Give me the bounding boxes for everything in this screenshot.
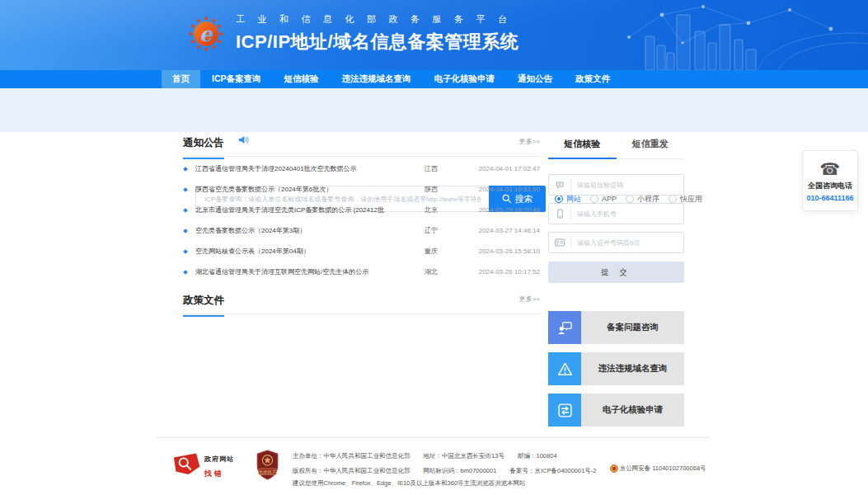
diamond-bullet-icon: [183, 229, 188, 233]
list-item: 陕西省空壳类备案数据公示（2024年第6批次） 陕西 2024-04-01 10…: [183, 179, 540, 200]
diamond-bullet-icon: [183, 249, 188, 254]
tab-sms-resend[interactable]: 短信重发: [617, 138, 685, 158]
quicklink-label: 电子化核验申请: [581, 394, 684, 427]
quick-links: 备案问题咨询 违法违规域名查询: [548, 311, 684, 427]
e-verify-icon: [548, 394, 581, 427]
error-logo-line2: 找错: [204, 469, 224, 478]
footer-browser-tip: 建议您使用Chrome、Firefox、Edge、IE10及以上版本和360等主…: [293, 479, 526, 487]
diamond-bullet-icon: [183, 187, 188, 192]
main-nav: 首页 ICP备案查询 短信核验 违法违规域名查询 电子化核验申请 通知公告 政策…: [0, 70, 868, 88]
nav-item-e-verify[interactable]: 电子化核验申请: [423, 70, 507, 88]
footer-icp-number[interactable]: 备案号：京ICP备04000001号-2: [509, 467, 596, 474]
warning-icon: [548, 352, 581, 385]
police-badge-icon: [610, 464, 618, 473]
list-item: 江西省通信管理局关于清理20240401批次空壳数据公示 江西 2024-04-…: [183, 158, 540, 179]
notice-link[interactable]: 空壳类备案数据公示（2024年第3期）: [195, 226, 425, 235]
list-item: 空壳网站核查公示表（2024年第04期） 重庆 2024-03-26 15:58…: [183, 241, 540, 262]
footer-text: 主办单位：中华人民共和国工业和信息化部 地址：中国北京西长安街13号 邮编：10…: [293, 450, 706, 489]
error-report-flag-icon: [173, 451, 201, 478]
footer-postcode: 邮编：100804: [518, 452, 557, 460]
nav-item-illegal-domain[interactable]: 违法违规域名查询: [331, 70, 423, 88]
diamond-bullet-icon: [183, 208, 188, 213]
svg-text:党政机关: 党政机关: [259, 469, 277, 475]
notice-link[interactable]: 陕西省空壳类备案数据公示（2024年第6批次）: [195, 185, 425, 194]
search-section: 搜索 网站 APP 小程序 快应用: [0, 88, 868, 132]
hotline-number: 010-66411166: [806, 194, 853, 202]
notices-more-link[interactable]: 更多>>: [519, 137, 540, 146]
notice-link[interactable]: 空壳网站核查公示表（2024年第04期）: [195, 247, 425, 256]
quicklink-consult[interactable]: 备案问题咨询: [548, 311, 684, 344]
sms-code-icon: [549, 181, 570, 190]
gov-badge-shield-icon[interactable]: 党政机关: [256, 450, 279, 480]
nav-item-policies[interactable]: 政策文件: [564, 70, 622, 88]
brand: e 工业和信息化部政务服务平台 ICP/IP地址/域名信息备案管理系统: [187, 11, 520, 54]
notice-link[interactable]: 湖北省通信管理局关于清理互联网空壳网站/空壳主体的公示: [195, 267, 425, 276]
speaker-icon: [238, 135, 249, 144]
footer-line-2: 版权所有：中华人民共和国工业和信息化部 网站标识码：bm07000001 备案号…: [293, 462, 706, 477]
quicklink-label: 违法违规域名查询: [581, 352, 684, 385]
idcard-input[interactable]: [570, 237, 683, 248]
header-titles: 工业和信息化部政务服务平台 ICP/IP地址/域名信息备案管理系统: [236, 11, 520, 54]
policies-header: 政策文件 更多>>: [183, 292, 540, 314]
miit-gear-logo-icon: e: [187, 15, 225, 53]
svg-text:e: e: [199, 22, 213, 46]
nav-item-sms-verify[interactable]: 短信核验: [273, 70, 331, 88]
notice-province: 湖北: [425, 267, 443, 276]
notices-title: 通知公告: [183, 136, 224, 159]
footer-inner: 政府网站 找错 党政机关 主办单位：中华人民共和国工业和信息化部 地址：中国北京…: [157, 437, 709, 489]
nav-items: 首页 ICP备案查询 短信核验 违法违规域名查询 电子化核验申请 通知公告 政策…: [162, 70, 622, 88]
footer-line-1: 主办单位：中华人民共和国工业和信息化部 地址：中国北京西长安街13号 邮编：10…: [293, 450, 706, 462]
policies-more-link[interactable]: 更多>>: [519, 295, 540, 304]
mobile-input[interactable]: [570, 208, 683, 219]
submit-button[interactable]: 提 交: [548, 262, 684, 283]
nav-item-home[interactable]: 首页: [162, 70, 200, 88]
sms-panel: 短信核验 短信重发 提 交: [548, 138, 684, 435]
hotline-card: ☎ 全国咨询电话 010-66411166: [802, 150, 858, 211]
notice-datetime: 2024-04-01 10:51:50: [443, 186, 540, 193]
notice-link[interactable]: 北京市通信管理局关于清理空壳类ICP备案数据的公示 (202412批: [195, 205, 425, 214]
footer-police-number[interactable]: 京公网安备 11040102700068号: [610, 462, 706, 474]
diamond-bullet-icon: [183, 167, 188, 172]
notice-datetime: 2024-04-01 17:02:47: [443, 165, 540, 172]
notice-datetime: 2024-03-26 10:17:52: [443, 268, 540, 276]
idcard-field-wrap: [548, 232, 684, 253]
notice-province: 江西: [425, 164, 443, 173]
header-banner: e 工业和信息化部政务服务平台 ICP/IP地址/域名信息备案管理系统: [0, 0, 868, 70]
notice-province: 辽宁: [425, 226, 443, 235]
footer-host: 主办单位：中华人民共和国工业和信息化部: [293, 452, 411, 460]
notice-link[interactable]: 江西省通信管理局关于清理20240401批次空壳数据公示: [195, 164, 425, 173]
hotline-label: 全国咨询电话: [808, 181, 852, 191]
telephone-icon: ☎: [820, 160, 841, 178]
sms-code-input[interactable]: [570, 179, 683, 191]
notice-datetime: 2024-03-26 15:58:10: [443, 248, 540, 255]
notice-province: 重庆: [425, 247, 443, 256]
sms-form: 提 交: [548, 174, 684, 283]
footer-address: 地址：中国北京西长安街13号: [424, 452, 504, 460]
notices-column: 通知公告 更多>> 江西省通信管理局关于清理20240401批次空壳数据公示 江…: [183, 134, 540, 314]
platform-title: 工业和信息化部政务服务平台: [236, 13, 520, 26]
notice-datetime: 2024-03-29 18:20:48: [443, 206, 540, 214]
system-title: ICP/IP地址/域名信息备案管理系统: [236, 30, 520, 54]
consult-icon: [548, 311, 581, 344]
nav-item-notices[interactable]: 通知公告: [506, 70, 564, 88]
tab-sms-verify[interactable]: 短信核验: [548, 138, 617, 159]
diamond-bullet-icon: [183, 270, 188, 275]
notice-province: 陕西: [425, 185, 443, 194]
notice-province: 北京: [425, 205, 443, 214]
footer-line-3: 建议您使用Chrome、Firefox、Edge、IE10及以上版本和360等主…: [293, 477, 706, 489]
idcard-icon: [549, 238, 570, 247]
gov-site-error-report-logo[interactable]: 政府网站 找错: [173, 450, 234, 479]
sms-tabs: 短信核验 短信重发: [548, 138, 684, 159]
quicklink-e-verify[interactable]: 电子化核验申请: [548, 394, 684, 427]
list-item: 空壳类备案数据公示（2024年第3期） 辽宁 2024-03-27 14:46:…: [183, 220, 540, 241]
quicklink-label: 备案问题咨询: [581, 311, 684, 344]
page: e 工业和信息化部政务服务平台 ICP/IP地址/域名信息备案管理系统 首页 I…: [0, 0, 868, 495]
notices-header: 通知公告 更多>>: [183, 134, 540, 157]
quicklink-illegal-domain[interactable]: 违法违规域名查询: [548, 352, 684, 385]
footer-copyright: 版权所有：中华人民共和国工业和信息化部: [293, 467, 411, 474]
footer: 政府网站 找错 党政机关 主办单位：中华人民共和国工业和信息化部 地址：中国北京…: [0, 437, 868, 495]
footer-site-code: 网站标识码：bm07000001: [424, 467, 497, 474]
nav-item-icp-query[interactable]: ICP备案查询: [200, 70, 273, 88]
list-item: 湖北省通信管理局关于清理互联网空壳网站/空壳主体的公示 湖北 2024-03-2…: [183, 262, 540, 282]
sms-code-field-wrap: [548, 174, 684, 196]
